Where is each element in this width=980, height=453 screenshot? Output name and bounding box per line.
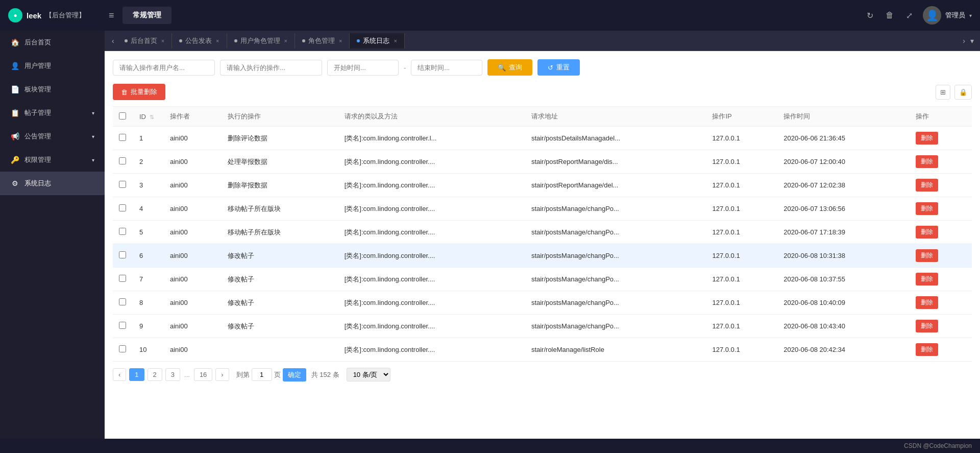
delete-row-0-button[interactable]: 删除	[916, 132, 938, 145]
tab-user-role-close[interactable]: ×	[284, 38, 287, 44]
tab-home[interactable]: 后台首页 ×	[117, 33, 172, 49]
admin-area[interactable]: 👤 管理员 ▾	[923, 6, 972, 25]
row-checkbox-7[interactable]	[119, 298, 126, 305]
search-bar: - 🔍 查询 ↺ 重置	[113, 59, 972, 76]
cell-operation-2: 删除举报数据	[222, 174, 338, 197]
cell-id-5: 6	[133, 244, 164, 268]
admin-name: 管理员	[945, 11, 965, 20]
operation-search-input[interactable]	[220, 60, 322, 76]
goto-confirm-button[interactable]: 确定	[283, 368, 306, 382]
row-checkbox-0[interactable]	[119, 134, 126, 141]
row-checkbox-8[interactable]	[119, 322, 126, 329]
th-operator: 操作者	[164, 107, 222, 127]
select-all-checkbox[interactable]	[119, 112, 126, 120]
table-row: 4 aini00 移动帖子所在版块 [类名]:com.lindong.contr…	[113, 197, 972, 221]
grid-view-button[interactable]: ⊞	[936, 85, 950, 100]
delete-row-9-button[interactable]: 删除	[916, 343, 938, 356]
date-separator: -	[404, 64, 406, 71]
cell-request-class-7: [类名]:com.lindong.controller....	[338, 291, 525, 315]
delete-row-6-button[interactable]: 删除	[916, 273, 938, 285]
cell-request-url-9: stair/roleManage/listRole	[525, 338, 706, 362]
page-next-button[interactable]: ›	[215, 368, 229, 381]
tab-role[interactable]: 角色管理 ×	[295, 33, 350, 49]
tab-home-close[interactable]: ×	[161, 38, 164, 44]
cell-time-0: 2020-06-06 21:36:45	[777, 127, 910, 150]
cell-operation-5: 修改帖子	[222, 244, 338, 268]
tab-logs-label: 系统日志	[363, 36, 389, 45]
sidebar-item-logs[interactable]: ⚙ 系统日志	[0, 172, 105, 195]
tab-user-role-dot	[234, 39, 237, 42]
delete-row-5-button[interactable]: 删除	[916, 249, 938, 262]
cell-request-url-1: stair/postReportManage/dis...	[525, 150, 706, 174]
page-3-button[interactable]: 3	[165, 368, 180, 381]
cell-request-class-9: [类名]:com.lindong.controller....	[338, 338, 525, 362]
menu-toggle-button[interactable]: ≡	[103, 6, 120, 25]
delete-row-2-button[interactable]: 删除	[916, 179, 938, 192]
tab-role-close[interactable]: ×	[339, 38, 342, 44]
delete-row-7-button[interactable]: 删除	[916, 296, 938, 309]
expand-button[interactable]: ⤢	[904, 9, 915, 22]
tab-logs-close[interactable]: ×	[394, 38, 397, 44]
tab-expand-button[interactable]: ▾	[968, 37, 976, 45]
cell-action-0: 删除	[910, 127, 972, 150]
sidebar-item-users-label: 用户管理	[24, 61, 51, 70]
cell-operator-6: aini00	[164, 268, 222, 291]
cell-action-7: 删除	[910, 291, 972, 315]
start-time-input[interactable]	[327, 60, 399, 76]
tab-user-role[interactable]: 用户角色管理 ×	[227, 33, 295, 49]
goto-input[interactable]	[252, 368, 272, 381]
announcements-arrow-icon: ▾	[92, 134, 94, 139]
batch-delete-button[interactable]: 🗑 批量删除	[113, 84, 165, 100]
reset-button[interactable]: ↺ 重置	[537, 59, 580, 76]
page-prev-button[interactable]: ‹	[113, 368, 126, 381]
tab-next-button[interactable]: ›	[960, 37, 968, 45]
username-search-input[interactable]	[113, 60, 215, 76]
sidebar-item-home[interactable]: 🏠 后台首页	[0, 31, 105, 54]
sidebar-item-posts[interactable]: 📋 帖子管理 ▾	[0, 101, 105, 125]
sidebar-item-announcements[interactable]: 📢 公告管理 ▾	[0, 125, 105, 148]
cell-id-0: 1	[133, 127, 164, 150]
row-checkbox-6[interactable]	[119, 275, 126, 282]
delete-row-1-button[interactable]: 删除	[916, 155, 938, 168]
sidebar-item-sections[interactable]: 📄 板块管理	[0, 78, 105, 101]
page-1-button[interactable]: 1	[129, 368, 144, 381]
page-content: - 🔍 查询 ↺ 重置 🗑 批量删除	[105, 51, 980, 439]
row-checkbox-1[interactable]	[119, 157, 126, 164]
cell-operator-2: aini00	[164, 174, 222, 197]
sidebar: 🏠 后台首页 👤 用户管理 📄 板块管理 📋 帖子管理 ▾ 📢 公告管理 ▾	[0, 31, 105, 439]
document-icon: 📄	[10, 85, 19, 93]
row-checkbox-3[interactable]	[119, 204, 126, 211]
delete-row-4-button[interactable]: 删除	[916, 226, 938, 239]
cell-ip-0: 127.0.0.1	[706, 127, 777, 150]
cell-request-url-5: stair/postsManage/changPo...	[525, 244, 706, 268]
page-size-select[interactable]: 10 条/页 20 条/页 50 条/页	[347, 368, 390, 382]
table-row: 6 aini00 修改帖子 [类名]:com.lindong.controlle…	[113, 244, 972, 268]
sidebar-item-users[interactable]: 👤 用户管理	[0, 54, 105, 78]
page-2-button[interactable]: 2	[148, 368, 162, 381]
query-button[interactable]: 🔍 查询	[487, 59, 532, 76]
sidebar-item-permissions[interactable]: 🔑 权限管理 ▾	[0, 148, 105, 172]
tab-prev-button[interactable]: ‹	[109, 37, 117, 45]
refresh-button[interactable]: ↻	[865, 9, 875, 22]
row-checkbox-5[interactable]	[119, 251, 126, 258]
delete-row-3-button[interactable]: 删除	[916, 202, 938, 215]
user-icon: 👤	[10, 62, 19, 70]
tab-user-role-label: 用户角色管理	[240, 36, 280, 45]
row-checkbox-2[interactable]	[119, 181, 126, 188]
tab-announcement-close[interactable]: ×	[216, 38, 219, 44]
tab-role-label: 角色管理	[308, 36, 335, 45]
end-time-input[interactable]	[411, 60, 482, 76]
page-16-button[interactable]: 16	[194, 368, 212, 381]
th-id: ID ⇅	[133, 107, 164, 127]
trash-button[interactable]: 🗑	[884, 9, 896, 22]
row-checkbox-4[interactable]	[119, 228, 126, 235]
row-checkbox-9[interactable]	[119, 345, 126, 352]
lock-button[interactable]: 🔒	[954, 85, 972, 100]
cell-time-2: 2020-06-07 12:02:38	[777, 174, 910, 197]
tab-announcement[interactable]: 公告发表 ×	[172, 33, 227, 49]
tab-logs[interactable]: 系统日志 ×	[350, 33, 404, 49]
batch-delete-label: 批量删除	[131, 87, 157, 97]
cell-operator-7: aini00	[164, 291, 222, 315]
cell-operator-5: aini00	[164, 244, 222, 268]
delete-row-8-button[interactable]: 删除	[916, 320, 938, 332]
